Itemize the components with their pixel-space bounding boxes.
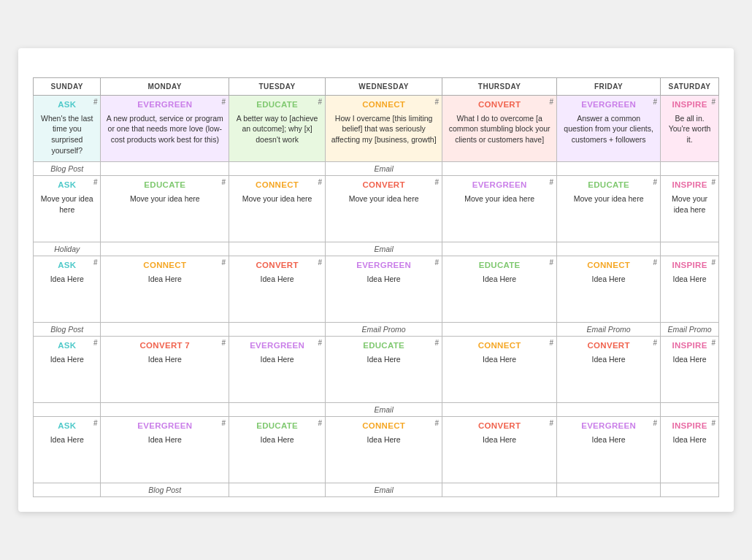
week-row-3: #ASKIdea Here#CONNECTIdea Here#CONVERTId… — [34, 256, 719, 323]
week-row-4: #ASKIdea Here#CONVERT 7Idea Here#EVERGRE… — [34, 337, 719, 403]
cell-text: Answer a common question from your clien… — [561, 113, 656, 145]
footer-cell-w5-d3 — [229, 483, 326, 497]
cell-label: EDUCATE — [234, 100, 321, 109]
cell-label: CONNECT — [330, 100, 437, 109]
footer-cell-w1-d1: Blog Post — [34, 162, 101, 176]
cell-w1-d3: #EDUCATEA better way to [achieve an outc… — [229, 95, 326, 162]
cell-hash: # — [435, 339, 440, 347]
footer-cell-w3-d5 — [442, 323, 557, 337]
cell-w2-d1: #ASKMove your idea here — [34, 176, 101, 242]
footer-cell-w1-d2 — [101, 162, 229, 176]
cell-hash: # — [318, 419, 323, 427]
footer-cell-w1-d4: Email — [326, 162, 442, 176]
cell-w5-d2: #EVERGREENIdea Here — [101, 417, 229, 483]
footer-cell-w3-d3 — [229, 323, 326, 337]
cell-text: A new product, service or program or one… — [105, 113, 224, 145]
cell-hash: # — [435, 178, 440, 186]
cell-text: Move your idea here — [38, 193, 96, 215]
cell-text: Move your idea here — [665, 193, 714, 215]
cell-label: INSPIRE — [665, 261, 714, 269]
cell-hash: # — [711, 178, 715, 186]
footer-cell-w1-d7 — [661, 162, 719, 176]
footer-cell-w3-d7: Email Promo — [661, 323, 719, 337]
footer-row-4: Email — [34, 403, 719, 417]
cell-label: CONNECT — [330, 421, 437, 430]
week-row-5: #ASKIdea Here#EVERGREENIdea Here#EDUCATE… — [34, 417, 719, 483]
footer-cell-w2-d3 — [229, 242, 326, 256]
cell-label: CONVERT 7 — [105, 341, 224, 350]
cell-w2-d5: #EVERGREENMove your idea here — [442, 176, 557, 242]
cell-text: Move your idea here — [234, 193, 321, 204]
cell-text: Move your idea here — [447, 193, 552, 204]
footer-cell-w2-d6 — [557, 242, 661, 256]
cell-w3-d1: #ASKIdea Here — [34, 256, 101, 323]
cell-hash: # — [435, 258, 440, 266]
cell-hash: # — [93, 419, 98, 427]
footer-cell-w2-d4: Email — [326, 242, 442, 256]
footer-cell-w3-d1: Blog Post — [34, 323, 101, 337]
cell-text: Idea Here — [561, 354, 656, 365]
cell-label: EDUCATE — [561, 180, 656, 189]
cell-hash: # — [222, 339, 226, 347]
cell-hash: # — [653, 98, 658, 106]
cell-w3-d7: #INSPIREIdea Here — [661, 256, 719, 323]
cell-text: Idea Here — [665, 434, 714, 445]
cell-w2-d3: #CONNECTMove your idea here — [229, 176, 326, 242]
footer-row-3: Blog PostEmail PromoEmail PromoEmail Pro… — [34, 323, 719, 337]
cell-hash: # — [222, 98, 226, 106]
cell-label: ASK — [38, 421, 96, 430]
cell-label: ASK — [38, 180, 96, 189]
footer-cell-w5-d1 — [34, 483, 101, 497]
cell-w2-d7: #INSPIREMove your idea here — [661, 176, 719, 242]
cell-label: INSPIRE — [665, 341, 714, 350]
cell-w4-d4: #EDUCATEIdea Here — [326, 337, 442, 403]
cell-label: CONNECT — [447, 341, 552, 350]
cell-label: EVERGREEN — [105, 421, 224, 430]
footer-row-1: Blog PostEmail — [34, 162, 719, 176]
cell-text: Idea Here — [330, 274, 437, 285]
cell-text: Idea Here — [38, 434, 96, 445]
cell-hash: # — [550, 419, 554, 427]
cell-w3-d2: #CONNECTIdea Here — [101, 256, 229, 323]
cell-hash: # — [711, 339, 715, 347]
footer-cell-w5-d6 — [557, 483, 661, 497]
cell-label: EVERGREEN — [447, 180, 552, 189]
footer-cell-w4-d5 — [442, 403, 557, 417]
footer-cell-w5-d2: Blog Post — [101, 483, 229, 497]
cell-w5-d1: #ASKIdea Here — [34, 417, 101, 483]
cell-w5-d5: #CONVERTIdea Here — [442, 417, 557, 483]
cell-text: Idea Here — [665, 274, 714, 285]
cell-hash: # — [93, 178, 98, 186]
cell-text: Idea Here — [38, 274, 96, 285]
cell-label: ASK — [38, 261, 96, 269]
cell-text: Idea Here — [234, 274, 321, 285]
col-header-monday: MONDAY — [101, 77, 229, 95]
cell-label: CONVERT — [234, 261, 321, 269]
footer-cell-w3-d2 — [101, 323, 229, 337]
col-header-wednesday: WEDNESDAY — [326, 77, 442, 95]
cell-text: Idea Here — [330, 434, 437, 445]
footer-cell-w4-d3 — [229, 403, 326, 417]
cell-hash: # — [711, 98, 715, 106]
cell-text: Move your idea here — [561, 193, 656, 204]
footer-row-5: Blog PostEmail — [34, 483, 719, 497]
cell-w1-d4: #CONNECTHow I overcame [this limiting be… — [326, 95, 442, 162]
cell-text: Idea Here — [447, 434, 552, 445]
cell-text: How I overcame [this limiting belief] th… — [330, 113, 437, 145]
col-header-saturday: SATURDAY — [661, 77, 719, 95]
footer-cell-w2-d5 — [442, 242, 557, 256]
footer-cell-w3-d4: Email Promo — [326, 323, 442, 337]
cell-label: CONNECT — [234, 180, 321, 189]
cell-w5-d6: #EVERGREENIdea Here — [557, 417, 661, 483]
footer-cell-w5-d5 — [442, 483, 557, 497]
cell-w3-d3: #CONVERTIdea Here — [229, 256, 326, 323]
cell-w4-d3: #EVERGREENIdea Here — [229, 337, 326, 403]
cell-text: Be all in. You're worth it. — [665, 113, 714, 145]
calendar-table: SUNDAYMONDAYTUESDAYWEDNESDAYTHURSDAYFRID… — [33, 77, 719, 498]
cell-w4-d2: #CONVERT 7Idea Here — [101, 337, 229, 403]
cell-label: EVERGREEN — [105, 100, 224, 109]
cell-text: When's the last time you surprised yours… — [38, 113, 96, 156]
footer-cell-w1-d6 — [557, 162, 661, 176]
footer-cell-w2-d2 — [101, 242, 229, 256]
cell-label: CONVERT — [447, 100, 552, 109]
